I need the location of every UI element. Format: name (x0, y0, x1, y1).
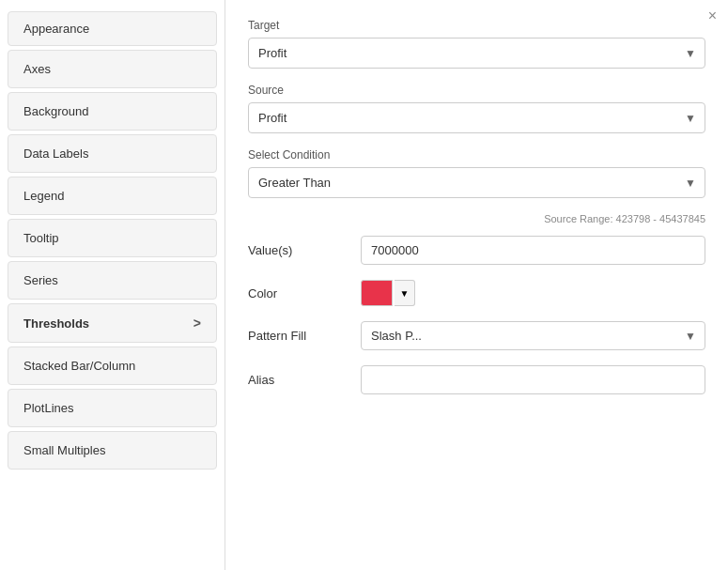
sidebar-item-label: Stacked Bar/Column (23, 359, 135, 373)
sidebar-item-label: Background (23, 104, 88, 118)
source-label: Source (248, 84, 705, 97)
condition-field-group: Select Condition Greater Than Less Than … (248, 148, 705, 198)
sidebar-item-label: Series (23, 273, 58, 287)
sidebar-item-label: Appearance (23, 22, 89, 36)
sidebar-item-series[interactable]: Series (8, 261, 217, 300)
values-control (361, 236, 705, 265)
sidebar-item-label: Legend (23, 189, 64, 203)
pattern-fill-label: Pattern Fill (248, 329, 361, 343)
sidebar-item-label: Thresholds (23, 316, 89, 331)
color-picker: ▼ (361, 280, 705, 306)
color-label: Color (248, 286, 361, 300)
values-input[interactable] (361, 236, 705, 265)
sidebar-item-thresholds[interactable]: Thresholds > (8, 303, 217, 343)
sidebar-item-small-multiples[interactable]: Small Multiples (8, 431, 217, 470)
pattern-fill-select[interactable]: Slash P... None Dot Cross (361, 321, 705, 350)
source-select-wrapper: Profit Sales Discount ▼ (248, 102, 705, 133)
target-field-group: Target Profit Sales Discount ▼ (248, 19, 705, 69)
pattern-fill-control: Slash P... None Dot Cross ▼ (361, 321, 705, 350)
main-panel: × Target Profit Sales Discount ▼ Source … (225, 0, 728, 570)
color-field-group: Color ▼ (248, 280, 705, 306)
chevron-right-icon: > (194, 316, 201, 331)
sidebar-item-appearance[interactable]: Appearance (8, 11, 217, 46)
target-select-wrapper: Profit Sales Discount ▼ (248, 38, 705, 69)
color-dropdown-button[interactable]: ▼ (395, 280, 415, 306)
sidebar-item-label: PlotLines (23, 401, 73, 415)
sidebar-item-background[interactable]: Background (8, 92, 217, 131)
sidebar-item-tooltip[interactable]: Tooltip (8, 219, 217, 257)
alias-control (361, 365, 705, 394)
sidebar-item-data-labels[interactable]: Data Labels (8, 134, 217, 173)
sidebar-item-legend[interactable]: Legend (8, 177, 217, 215)
sidebar-item-label: Small Multiples (23, 443, 105, 457)
close-button[interactable]: × (708, 8, 717, 24)
sidebar-item-plotlines[interactable]: PlotLines (8, 389, 217, 427)
source-field-group: Source Profit Sales Discount ▼ (248, 84, 705, 133)
sidebar-item-label: Tooltip (23, 231, 59, 245)
alias-label: Alias (248, 373, 361, 387)
pattern-select-wrapper: Slash P... None Dot Cross ▼ (361, 321, 705, 350)
pattern-fill-field-group: Pattern Fill Slash P... None Dot Cross ▼ (248, 321, 705, 350)
source-select[interactable]: Profit Sales Discount (248, 102, 705, 133)
color-swatch[interactable] (361, 280, 393, 306)
sidebar-item-stacked-bar[interactable]: Stacked Bar/Column (8, 347, 217, 385)
condition-label: Select Condition (248, 148, 705, 162)
color-control: ▼ (361, 280, 705, 306)
sidebar-item-label: Data Labels (23, 146, 88, 161)
values-field-group: Value(s) (248, 236, 705, 265)
target-label: Target (248, 19, 705, 32)
sidebar-item-axes[interactable]: Axes (8, 50, 217, 88)
condition-select-wrapper: Greater Than Less Than Equal To Between … (248, 167, 705, 198)
target-select[interactable]: Profit Sales Discount (248, 38, 705, 69)
source-range-text: Source Range: 423798 - 45437845 (248, 213, 705, 224)
condition-select[interactable]: Greater Than Less Than Equal To Between (248, 167, 705, 198)
sidebar-item-label: Axes (23, 62, 51, 76)
alias-field-group: Alias (248, 365, 705, 394)
sidebar: Appearance Axes Background Data Labels L… (0, 0, 225, 570)
values-label: Value(s) (248, 243, 361, 257)
alias-input[interactable] (361, 365, 705, 394)
